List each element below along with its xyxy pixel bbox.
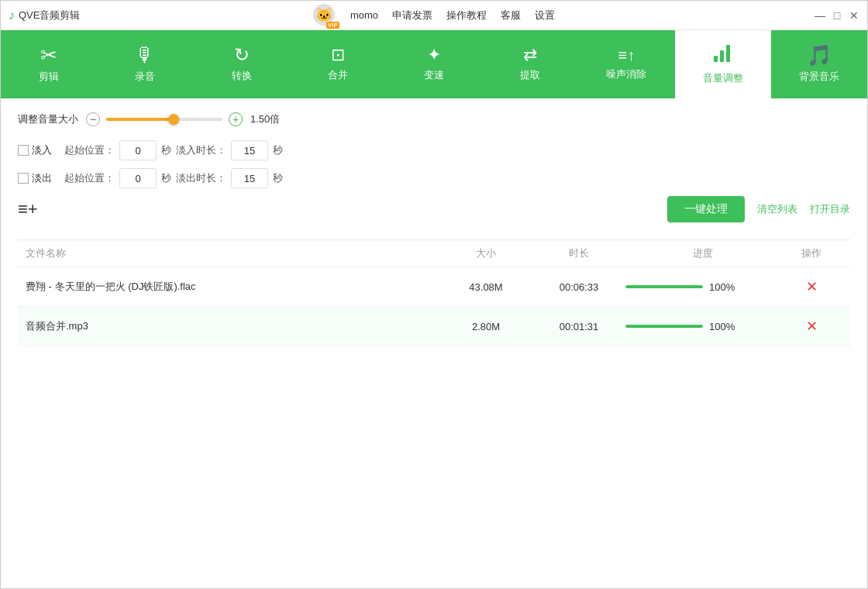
- speed-label: 变速: [424, 68, 444, 82]
- svg-rect-2: [726, 45, 730, 62]
- delete-button-1[interactable]: ✕: [780, 318, 842, 335]
- denoise-icon: ≡↑: [618, 47, 636, 63]
- progress-fill-1: [625, 325, 703, 328]
- bgmusic-label: 背景音乐: [799, 70, 839, 84]
- progress-pct-0: 100%: [709, 281, 735, 293]
- toolbar-item-cut[interactable]: ✂ 剪辑: [1, 30, 97, 98]
- header-name: 文件名称: [26, 246, 439, 260]
- clear-list-button[interactable]: 清空列表: [757, 202, 797, 216]
- bgmusic-icon: 🎵: [807, 45, 832, 65]
- file-table: 文件名称 大小 时长 进度 操作 费翔 - 冬天里的一把火 (DJ铁匠版).fl…: [18, 240, 850, 580]
- header-action: 操作: [780, 246, 842, 260]
- toolbar-item-denoise[interactable]: ≡↑ 噪声消除: [578, 30, 674, 98]
- volume-slider-container: − +: [86, 112, 243, 126]
- extract-icon: ⇄: [523, 46, 537, 64]
- maximize-button[interactable]: □: [832, 10, 842, 21]
- fade-out-start-label: 起始位置：: [64, 171, 115, 185]
- toolbar-item-volume[interactable]: 音量调整: [675, 30, 771, 98]
- fade-out-checkbox-wrap: 淡出: [18, 171, 57, 185]
- toolbar: ✂ 剪辑 🎙 录音 ↻ 转换 ⊡ 合并 ✦ 变速 ⇄ 提取 ≡↑ 噪声消除: [1, 30, 867, 98]
- add-file-button[interactable]: ≡+: [18, 199, 38, 219]
- volume-label-text: 调整音量大小: [18, 112, 78, 126]
- nav-invoice[interactable]: 申请发票: [392, 9, 432, 22]
- merge-label: 合并: [328, 68, 348, 82]
- fade-in-duration-input[interactable]: [231, 140, 268, 160]
- volume-row: 调整音量大小 − + 1.50倍: [18, 112, 850, 126]
- file-name-1: 音频合并.mp3: [26, 319, 439, 333]
- fade-in-checkbox[interactable]: [18, 145, 29, 156]
- fade-out-checkbox[interactable]: [18, 173, 29, 184]
- vip-badge: VIP: [326, 22, 339, 29]
- fade-in-duration-label: 淡入时长：: [176, 143, 226, 157]
- toolbar-item-merge[interactable]: ⊡ 合并: [290, 30, 386, 98]
- progress-cell-1: 100%: [625, 321, 780, 332]
- volume-slider-thumb[interactable]: [168, 114, 179, 125]
- file-size-1: 2.80M: [439, 321, 532, 332]
- toolbar-item-convert[interactable]: ↻ 转换: [193, 30, 289, 98]
- fade-out-row: 淡出 起始位置： 秒 淡出时长： 秒: [18, 168, 850, 188]
- fade-in-label: 淡入: [32, 143, 52, 157]
- table-row: 音频合并.mp3 2.80M 00:01:31 100% ✕: [18, 307, 850, 346]
- convert-label: 转换: [232, 69, 252, 83]
- volume-slider-track[interactable]: [106, 118, 222, 121]
- file-duration-0: 00:06:33: [532, 281, 625, 293]
- username: momo: [350, 9, 378, 21]
- svg-rect-1: [720, 50, 724, 62]
- nav-support[interactable]: 客服: [501, 9, 521, 22]
- fade-in-start-label: 起始位置：: [64, 143, 115, 157]
- app-title: QVE音频剪辑: [19, 9, 80, 22]
- minimize-button[interactable]: —: [815, 10, 825, 21]
- fade-out-duration-input[interactable]: [231, 168, 268, 188]
- action-row: ≡+ 一键处理 清空列表 打开目录: [18, 196, 850, 230]
- table-header: 文件名称 大小 时长 进度 操作: [18, 240, 850, 267]
- open-directory-button[interactable]: 打开目录: [810, 202, 850, 216]
- titlebar-center: 🐱 VIP momo 申请发票 操作教程 客服 设置: [313, 4, 555, 27]
- toolbar-item-record[interactable]: 🎙 录音: [97, 30, 193, 98]
- fade-in-checkbox-wrap: 淡入: [18, 143, 57, 157]
- volume-slider-fill: [106, 118, 176, 121]
- nav-tutorial[interactable]: 操作教程: [446, 9, 487, 22]
- cut-icon: ✂: [40, 45, 57, 65]
- window-controls: — □ ✕: [815, 10, 859, 21]
- fade-out-start-group: 起始位置： 秒 淡出时长： 秒: [64, 168, 283, 188]
- speed-icon: ✦: [427, 46, 441, 64]
- progress-track-0: [625, 285, 703, 288]
- file-size-0: 43.08M: [439, 281, 532, 293]
- extract-label: 提取: [520, 68, 540, 82]
- volume-decrease-btn[interactable]: −: [86, 112, 100, 126]
- fade-in-start-input[interactable]: [119, 140, 157, 160]
- fade-out-label: 淡出: [32, 171, 52, 185]
- app-logo-icon: ♪: [9, 9, 15, 22]
- nav-settings[interactable]: 设置: [535, 9, 555, 22]
- header-duration: 时长: [532, 246, 625, 260]
- progress-cell-0: 100%: [625, 281, 780, 293]
- header-progress: 进度: [625, 246, 780, 260]
- volume-increase-btn[interactable]: +: [229, 112, 243, 126]
- fade-out-start-input[interactable]: [119, 168, 157, 188]
- fade-in-start-unit: 秒: [161, 143, 171, 157]
- titlebar-nav: 申请发票 操作教程 客服 设置: [392, 9, 555, 22]
- titlebar: ♪ QVE音频剪辑 🐱 VIP momo 申请发票 操作教程 客服 设置 — □…: [1, 1, 867, 30]
- svg-rect-0: [714, 56, 718, 62]
- close-button[interactable]: ✕: [849, 10, 859, 21]
- file-name-0: 费翔 - 冬天里的一把火 (DJ铁匠版).flac: [26, 280, 439, 294]
- toolbar-item-extract[interactable]: ⇄ 提取: [482, 30, 578, 98]
- volume-label: 音量调整: [703, 71, 743, 85]
- process-button[interactable]: 一键处理: [667, 196, 745, 222]
- file-duration-1: 00:01:31: [532, 321, 625, 332]
- fade-in-start-group: 起始位置： 秒 淡入时长： 秒: [64, 140, 283, 160]
- table-row: 费翔 - 冬天里的一把火 (DJ铁匠版).flac 43.08M 00:06:3…: [18, 267, 850, 307]
- convert-icon: ↻: [234, 46, 250, 64]
- progress-pct-1: 100%: [709, 321, 735, 332]
- fade-in-duration-unit: 秒: [273, 143, 283, 157]
- avatar[interactable]: 🐱 VIP: [313, 4, 336, 27]
- toolbar-item-speed[interactable]: ✦ 变速: [386, 30, 482, 98]
- delete-button-0[interactable]: ✕: [780, 278, 842, 295]
- right-actions: 一键处理 清空列表 打开目录: [667, 196, 850, 222]
- header-size: 大小: [439, 246, 532, 260]
- merge-icon: ⊡: [331, 46, 345, 64]
- volume-value-text: 1.50倍: [250, 112, 280, 126]
- app-window: ♪ QVE音频剪辑 🐱 VIP momo 申请发票 操作教程 客服 设置 — □…: [0, 0, 868, 589]
- record-icon: 🎙: [135, 45, 155, 65]
- toolbar-item-bgmusic[interactable]: 🎵 背景音乐: [771, 30, 867, 98]
